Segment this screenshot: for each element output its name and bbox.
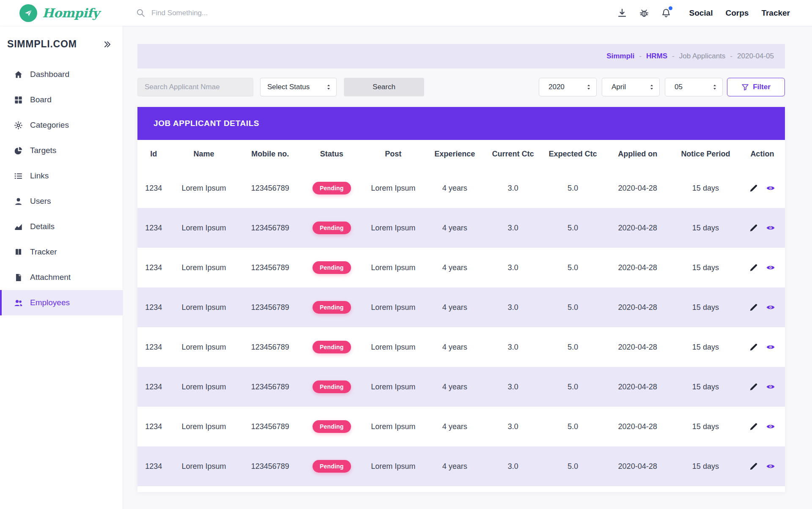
cell-status: Pending <box>302 287 361 327</box>
board-icon <box>14 96 23 104</box>
breadcrumb-text-2020-04-05: 2020-04-05 <box>737 52 774 60</box>
sidebar-item-categories[interactable]: Categories <box>0 112 123 138</box>
edit-pencil-icon[interactable] <box>749 382 758 391</box>
sidebar-item-label: Users <box>30 197 51 206</box>
cell-expected-ctc: 5.0 <box>542 446 604 486</box>
view-eye-icon[interactable] <box>766 223 775 233</box>
edit-pencil-icon[interactable] <box>749 263 758 272</box>
cell-action <box>740 327 785 367</box>
cell-applied-on: 2020-04-28 <box>604 168 672 208</box>
breadcrumb-separator: - <box>639 52 642 60</box>
cell-id: 1234 <box>137 327 170 367</box>
filter-button[interactable]: Filter <box>727 78 785 96</box>
sidebar-header: SIMMPLI.COM <box>0 34 123 62</box>
global-search-input[interactable] <box>151 9 295 17</box>
edit-pencil-icon[interactable] <box>749 223 758 233</box>
cell-current-ctc: 3.0 <box>484 287 542 327</box>
app-logo[interactable]: Hompify <box>19 4 99 22</box>
view-eye-icon[interactable] <box>766 183 775 193</box>
status-badge: Pending <box>313 341 351 353</box>
view-eye-icon[interactable] <box>766 342 775 352</box>
edit-pencil-icon[interactable] <box>749 462 758 471</box>
sidebar-item-employees[interactable]: Employees <box>0 290 123 315</box>
edit-pencil-icon[interactable] <box>749 303 758 312</box>
column-header-mobile-no-: Mobile no. <box>238 140 302 168</box>
day-select[interactable]: 05 <box>665 78 723 96</box>
cell-name: Lorem Ipsum <box>170 287 238 327</box>
updown-arrows-icon <box>325 84 332 90</box>
status-badge: Pending <box>313 420 351 433</box>
month-select-value: April <box>612 83 626 91</box>
chart-icon <box>14 222 23 231</box>
view-eye-icon[interactable] <box>766 462 775 471</box>
cell-notice-period: 15 days <box>672 287 740 327</box>
cell-experience: 4 years <box>425 327 484 367</box>
notification-dot <box>669 6 672 10</box>
cell-applied-on: 2020-04-28 <box>604 287 672 327</box>
cell-current-ctc: 3.0 <box>484 407 542 446</box>
month-select[interactable]: April <box>602 78 660 96</box>
cell-name: Lorem Ipsum <box>170 446 238 486</box>
cell-applied-on: 2020-04-28 <box>604 367 672 407</box>
sidebar-item-links[interactable]: Links <box>0 163 123 189</box>
status-badge: Pending <box>313 460 351 473</box>
chevrons-right-icon[interactable] <box>103 40 112 49</box>
cell-id: 1234 <box>137 407 170 446</box>
cell-current-ctc: 3.0 <box>484 327 542 367</box>
cell-experience: 4 years <box>425 446 484 486</box>
cell-notice-period: 15 days <box>672 208 740 248</box>
edit-pencil-icon[interactable] <box>749 422 758 431</box>
sidebar-item-tracker[interactable]: Tracker <box>0 239 123 265</box>
table-row: 1234Lorem Ipsum123456789PendingLorem Ips… <box>137 208 785 248</box>
search-button[interactable]: Search <box>344 78 424 96</box>
view-eye-icon[interactable] <box>766 422 775 431</box>
cell-mobile: 123456789 <box>238 407 302 446</box>
status-badge: Pending <box>313 261 351 274</box>
cell-notice-period: 15 days <box>672 446 740 486</box>
breadcrumb-separator: - <box>730 52 732 60</box>
cell-notice-period: 15 days <box>672 248 740 287</box>
sidebar-item-targets[interactable]: Targets <box>0 138 123 163</box>
topbar-link-tracker[interactable]: Tracker <box>761 8 790 18</box>
cell-status: Pending <box>302 327 361 367</box>
job-applicants-card: JOB APPLICANT DETAILS IdNameMobile no.St… <box>137 107 785 492</box>
column-header-experience: Experience <box>425 140 484 168</box>
cell-expected-ctc: 5.0 <box>542 248 604 287</box>
edit-pencil-icon[interactable] <box>749 183 758 193</box>
table-row: 1234Lorem Ipsum123456789PendingLorem Ips… <box>137 367 785 407</box>
breadcrumb-link-simmpli[interactable]: Simmpli <box>606 52 634 60</box>
cell-status: Pending <box>302 446 361 486</box>
bell-icon[interactable] <box>661 8 671 18</box>
year-select[interactable]: 2020 <box>539 78 597 96</box>
cell-mobile: 123456789 <box>238 287 302 327</box>
cell-action <box>740 407 785 446</box>
cell-notice-period: 15 days <box>672 407 740 446</box>
sidebar-item-users[interactable]: Users <box>0 189 123 214</box>
sidebar-item-label: Details <box>30 222 55 231</box>
edit-pencil-icon[interactable] <box>749 342 758 352</box>
breadcrumb-link-hrms[interactable]: HRMS <box>646 52 667 60</box>
list-icon <box>14 172 23 181</box>
breadcrumb-separator: - <box>672 52 675 60</box>
sidebar-item-dashboard[interactable]: Dashboard <box>0 62 123 87</box>
view-eye-icon[interactable] <box>766 382 775 391</box>
topbar-link-social[interactable]: Social <box>689 8 713 18</box>
download-icon[interactable] <box>617 8 627 18</box>
sidebar-item-label: Attachment <box>30 273 71 282</box>
cell-expected-ctc: 5.0 <box>542 367 604 407</box>
gear-icon <box>14 121 23 130</box>
cell-id: 1234 <box>137 208 170 248</box>
sidebar-title: SIMMPLI.COM <box>7 38 77 50</box>
view-eye-icon[interactable] <box>766 263 775 272</box>
cell-mobile: 123456789 <box>238 367 302 407</box>
sidebar-item-attachment[interactable]: Attachment <box>0 265 123 290</box>
applicant-search-input[interactable] <box>137 78 253 96</box>
view-eye-icon[interactable] <box>766 303 775 312</box>
cell-expected-ctc: 5.0 <box>542 168 604 208</box>
bug-icon[interactable] <box>639 8 649 18</box>
sidebar-item-board[interactable]: Board <box>0 87 123 112</box>
cell-current-ctc: 3.0 <box>484 208 542 248</box>
sidebar-item-details[interactable]: Details <box>0 214 123 239</box>
topbar-link-corps[interactable]: Corps <box>725 8 749 18</box>
status-select[interactable]: Select Status <box>260 78 337 96</box>
